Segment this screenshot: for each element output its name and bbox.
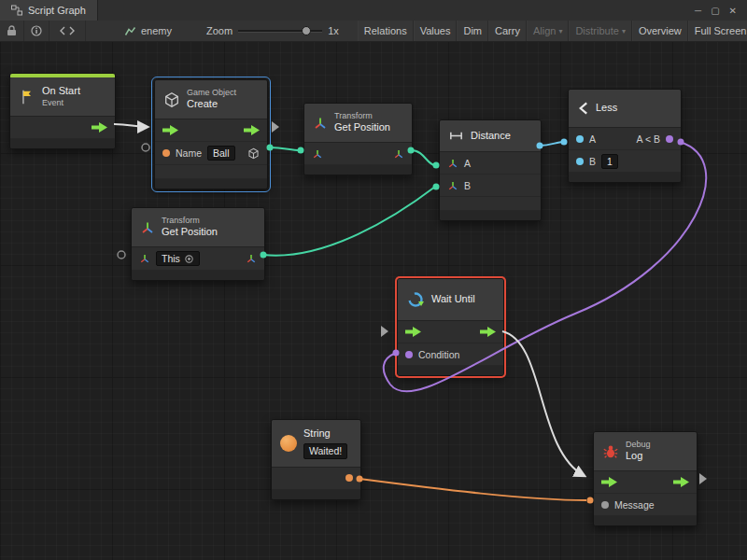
- vector-output-port[interactable]: [246, 253, 257, 264]
- overview-button[interactable]: Overview: [632, 21, 688, 41]
- node-create-game-object[interactable]: Game Object Create Name Ball: [154, 79, 268, 189]
- message-input-port[interactable]: [601, 501, 609, 509]
- node-header[interactable]: Debug Log: [594, 432, 697, 471]
- transform-input-port[interactable]: [312, 148, 323, 160]
- node-subtitle: Event: [42, 98, 80, 108]
- object-picker-icon[interactable]: [184, 254, 194, 264]
- node-less[interactable]: Less A A < B B 1: [568, 89, 682, 183]
- wire-string-string-log: [359, 479, 586, 500]
- string-input-port[interactable]: [162, 149, 170, 157]
- relations-button[interactable]: Relations: [358, 21, 414, 41]
- zoom-value: 1x: [328, 25, 339, 36]
- values-button[interactable]: Values: [414, 21, 458, 41]
- unconnected-flow-input-triangle[interactable]: [381, 326, 388, 337]
- transform-axes-icon: [140, 220, 155, 235]
- flow-output-port[interactable]: [244, 125, 260, 135]
- number-input-port-b[interactable]: [576, 158, 584, 165]
- graph-canvas[interactable]: On Start Event Game Object Create: [0, 41, 747, 560]
- node-header[interactable]: Less: [569, 90, 681, 128]
- node-header[interactable]: Distance: [440, 120, 541, 152]
- unconnected-flow-output-triangle[interactable]: [272, 121, 279, 133]
- node-footer: [304, 165, 412, 175]
- info-button[interactable]: [24, 21, 49, 41]
- node-title: Less: [596, 102, 617, 115]
- node-header[interactable]: Transform Get Position: [304, 104, 412, 143]
- transform-input-port[interactable]: [139, 253, 150, 264]
- flow-output-port[interactable]: [480, 327, 496, 337]
- unconnected-port-ring[interactable]: [142, 144, 149, 151]
- unconnected-port-ring[interactable]: [118, 251, 125, 259]
- graph-reference[interactable]: enemy: [118, 21, 178, 41]
- name-port-label: Name: [176, 147, 202, 159]
- number-input-port-a[interactable]: [576, 135, 584, 143]
- flow-output-port[interactable]: [92, 122, 107, 133]
- flow-input-port[interactable]: [601, 477, 617, 487]
- message-port-row: Message: [594, 494, 697, 516]
- node-debug-log[interactable]: Debug Log Message: [593, 431, 698, 526]
- full-screen-button[interactable]: Full Screen: [688, 21, 747, 41]
- node-body-spacer: [155, 165, 267, 179]
- string-value-field[interactable]: Waited!: [303, 443, 347, 459]
- node-string-literal[interactable]: String Waited!: [271, 419, 361, 500]
- node-header[interactable]: Transform Get Position: [132, 208, 264, 247]
- transform-axes-icon: [313, 116, 328, 131]
- node-on-start[interactable]: On Start Event: [9, 73, 116, 149]
- chevron-down-icon: ▾: [622, 27, 626, 35]
- graph-toolbar: enemy Zoom 1x Relations Values Dim Carry…: [0, 21, 747, 42]
- node-footer: [10, 139, 115, 148]
- code-view-button[interactable]: [49, 21, 86, 41]
- align-dropdown[interactable]: Align ▾: [527, 21, 569, 41]
- target-object-field[interactable]: This: [156, 251, 200, 266]
- flow-output-port[interactable]: [673, 477, 689, 487]
- wire-object-create-getposition: [270, 147, 300, 150]
- node-footer: [594, 516, 697, 525]
- game-object-output-port[interactable]: [247, 147, 260, 160]
- node-get-position-left[interactable]: Transform Get Position This: [131, 207, 265, 281]
- node-get-position-top[interactable]: Transform Get Position: [303, 103, 413, 175]
- port-a-label: A: [464, 158, 471, 169]
- tab-script-graph[interactable]: Script Graph: [0, 0, 98, 21]
- carry-button[interactable]: Carry: [488, 21, 527, 41]
- port-b-label: B: [464, 180, 471, 191]
- zoom-slider[interactable]: [238, 26, 322, 35]
- lock-button[interactable]: [0, 21, 24, 41]
- name-value-field[interactable]: Ball: [207, 146, 235, 161]
- unconnected-flow-output-triangle[interactable]: [699, 473, 707, 484]
- vector-input-port-b[interactable]: [447, 180, 458, 191]
- flow-input-port[interactable]: [405, 327, 421, 337]
- wire-flow-waituntil-log: [502, 331, 585, 476]
- b-value-field[interactable]: 1: [601, 154, 618, 169]
- flow-input-port[interactable]: [162, 125, 178, 135]
- string-output-port[interactable]: [345, 474, 353, 482]
- code-icon: [60, 26, 75, 35]
- node-header[interactable]: Game Object Create: [155, 80, 267, 119]
- zoom-slider-handle[interactable]: [302, 26, 311, 35]
- wire-vector-getposition-distance-b: [263, 187, 435, 256]
- node-header[interactable]: On Start Event: [10, 77, 115, 117]
- node-header[interactable]: Wait Until: [398, 279, 503, 321]
- vector-output-port[interactable]: [393, 148, 404, 160]
- comparison-output-label: A < B: [637, 133, 660, 145]
- bool-input-port[interactable]: [405, 351, 413, 358]
- distribute-dropdown[interactable]: Distribute ▾: [569, 21, 631, 41]
- close-button[interactable]: ✕: [726, 6, 740, 16]
- node-category: Transform: [334, 111, 390, 121]
- node-distance[interactable]: Distance A B: [439, 119, 542, 221]
- node-title: Get Position: [334, 121, 390, 134]
- flow-ports-row: [155, 119, 267, 142]
- info-icon: [31, 25, 42, 36]
- string-literal-icon: [280, 435, 297, 452]
- name-port-row: Name Ball: [155, 142, 267, 165]
- dim-button[interactable]: Dim: [457, 21, 488, 41]
- maximize-button[interactable]: ▢: [708, 6, 722, 16]
- output-port-row: [272, 468, 360, 490]
- vector-input-port-a[interactable]: [447, 158, 458, 169]
- node-header[interactable]: String Waited!: [272, 420, 360, 468]
- port-b-row: B 1: [569, 150, 681, 173]
- message-label: Message: [614, 499, 655, 511]
- minimize-button[interactable]: ─: [692, 6, 704, 16]
- node-wait-until[interactable]: Wait Until Condition: [397, 278, 504, 376]
- port-a-row: A A < B: [569, 128, 681, 150]
- node-category: Game Object: [187, 88, 236, 98]
- bool-output-port[interactable]: [666, 135, 673, 143]
